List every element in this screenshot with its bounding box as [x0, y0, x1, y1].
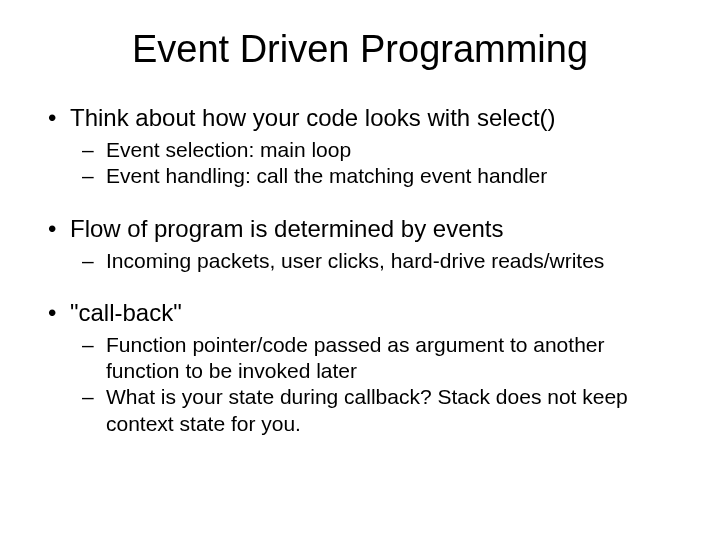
bullet-item: "call-back"	[40, 298, 680, 328]
bullet-item: Flow of program is determined by events	[40, 214, 680, 244]
sub-item: Event selection: main loop	[40, 137, 680, 163]
sub-list: Function pointer/code passed as argument…	[40, 332, 680, 437]
sub-item: Event handling: call the matching event …	[40, 163, 680, 189]
bullet-text: Flow of program is determined by events	[70, 215, 504, 242]
bullet-list: Think about how your code looks with sel…	[40, 103, 680, 437]
bullet-text: Think about how your code looks with sel…	[70, 104, 556, 131]
sub-item: Function pointer/code passed as argument…	[40, 332, 680, 385]
sub-item: Incoming packets, user clicks, hard-driv…	[40, 248, 680, 274]
bullet-item: Think about how your code looks with sel…	[40, 103, 680, 133]
sub-list: Incoming packets, user clicks, hard-driv…	[40, 248, 680, 274]
sub-list: Event selection: main loop Event handlin…	[40, 137, 680, 190]
sub-item: What is your state during callback? Stac…	[40, 384, 680, 437]
bullet-text: "call-back"	[70, 299, 182, 326]
slide-title: Event Driven Programming	[40, 28, 680, 71]
